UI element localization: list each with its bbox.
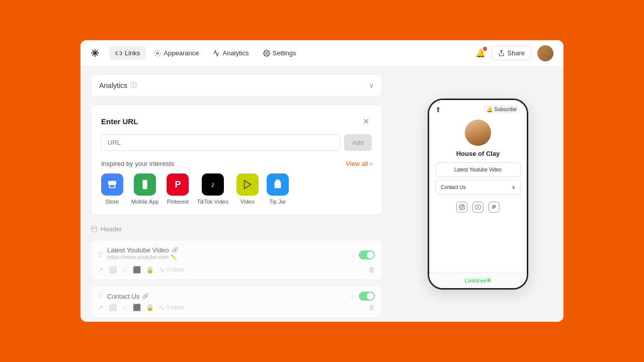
link-2-action-star[interactable]: ☆ bbox=[122, 304, 128, 311]
view-all-button[interactable]: View all › bbox=[346, 160, 372, 167]
link-2-info: Contact Us 🔗 bbox=[107, 293, 149, 300]
url-card-title: Enter URL bbox=[101, 117, 138, 126]
phone-youtube-icon[interactable] bbox=[472, 202, 484, 213]
link-1-controls: ○ bbox=[351, 250, 375, 259]
analytics-bar: Analytics ⓘ ∨ bbox=[91, 74, 382, 97]
link-1-action-star[interactable]: ☆ bbox=[122, 266, 128, 274]
link-item-1-top: ⠿ Latest Youtube Video 🔗 https://www.you… bbox=[98, 246, 375, 263]
section-header: Header bbox=[91, 223, 382, 235]
link-item-1: ⠿ Latest Youtube Video 🔗 https://www.you… bbox=[91, 240, 382, 280]
phone-avatar bbox=[465, 120, 491, 146]
phone-social-icons: P bbox=[456, 202, 500, 213]
phone-subscribe-button[interactable]: 🔔 Subscribe bbox=[482, 105, 521, 114]
analytics-chevron-icon[interactable]: ∨ bbox=[369, 81, 374, 89]
link-1-edit-icon[interactable]: 🔗 bbox=[172, 247, 179, 253]
link-2-action-lock[interactable]: 🔒 bbox=[146, 304, 154, 311]
icon-tipjar[interactable]: Tip Jar bbox=[267, 173, 289, 205]
link-1-actions: ↗ ⬜ ☆ ⬛ 🔒 0 clicks 🗑 bbox=[98, 266, 375, 274]
link-2-action-image[interactable]: ⬜ bbox=[109, 304, 117, 311]
icon-mobile-app[interactable]: Mobile App bbox=[131, 173, 158, 205]
mobile-label: Mobile App bbox=[131, 199, 158, 205]
nav-item-links[interactable]: Links bbox=[109, 46, 146, 60]
link-1-action-share[interactable]: ↗ bbox=[98, 266, 104, 274]
link-1-title: Latest Youtube Video 🔗 bbox=[107, 246, 179, 254]
link-1-url-edit[interactable]: ✏️ bbox=[171, 254, 177, 260]
icon-pinterest[interactable]: P Pinterest bbox=[167, 173, 189, 205]
settings-icon bbox=[263, 50, 270, 57]
nav-item-settings[interactable]: Settings bbox=[257, 46, 302, 60]
nav-item-analytics[interactable]: Analytics bbox=[207, 46, 255, 60]
icon-store[interactable]: Store bbox=[101, 173, 123, 205]
analytics-label-group: Analytics ⓘ bbox=[99, 81, 137, 90]
pinterest-social-icon: P bbox=[492, 204, 496, 210]
pinterest-icon: P bbox=[175, 179, 181, 190]
icon-video[interactable]: Video bbox=[236, 173, 259, 205]
analytics-icon bbox=[213, 50, 220, 57]
user-avatar[interactable] bbox=[537, 45, 553, 61]
link-1-action-lock[interactable]: 🔒 bbox=[146, 266, 154, 274]
notifications-button[interactable]: 🔔 bbox=[475, 48, 486, 58]
link-2-action-schedule[interactable]: ⬛ bbox=[133, 304, 141, 311]
nav-item-appearance[interactable]: Appearance bbox=[148, 46, 205, 60]
link-1-action-image[interactable]: ⬜ bbox=[109, 266, 117, 274]
tiktok-icon: ♪ bbox=[211, 180, 215, 189]
tipjar-icon bbox=[272, 179, 283, 190]
store-label: Store bbox=[106, 199, 119, 205]
inspired-title: Inspired by your interests bbox=[101, 160, 174, 167]
clicks-icon-1 bbox=[159, 267, 165, 273]
header-section-icon bbox=[91, 226, 98, 233]
drag-handle-1[interactable]: ⠿ bbox=[98, 251, 103, 259]
link-2-action-share[interactable]: ↗ bbox=[98, 304, 104, 311]
subscribe-label: Subscribe bbox=[495, 107, 517, 112]
link-1-url: https://www.youtube.com ✏️ bbox=[107, 254, 179, 260]
instagram-svg bbox=[459, 204, 465, 210]
svg-marker-5 bbox=[244, 180, 251, 189]
phone-share-icon[interactable]: ⬆ bbox=[435, 106, 441, 114]
phone-footer-brand: Linktree bbox=[465, 278, 487, 284]
svg-rect-3 bbox=[143, 180, 147, 189]
link-2-actions: ↗ ⬜ ☆ ⬛ 🔒 0 clicks 🗑 bbox=[98, 304, 375, 311]
link-1-toggle[interactable] bbox=[359, 250, 375, 259]
svg-rect-8 bbox=[459, 205, 464, 210]
phone-link-dropdown-text: Contact Us bbox=[441, 185, 465, 190]
link-1-action-schedule[interactable]: ⬛ bbox=[133, 266, 141, 274]
url-add-button[interactable]: Add bbox=[344, 134, 372, 151]
phone-link-btn-1[interactable]: Latest Youtube Video bbox=[435, 162, 521, 177]
analytics-info-icon[interactable]: ⓘ bbox=[130, 81, 137, 90]
icon-tiktok[interactable]: ♪ TikTok Video bbox=[197, 173, 228, 205]
link-2-preview-icon[interactable]: ○ bbox=[351, 293, 355, 300]
drag-handle-2[interactable]: ⠿ bbox=[98, 292, 103, 300]
link-1-clicks: 0 clicks bbox=[159, 266, 184, 273]
share-icon bbox=[498, 50, 505, 56]
link-1-delete-icon[interactable]: 🗑 bbox=[368, 266, 375, 274]
link-2-toggle[interactable] bbox=[359, 292, 375, 301]
phone-pinterest-icon[interactable]: P bbox=[489, 202, 500, 213]
top-nav: ✳ Links Appearance Analytics Settings 🔔 … bbox=[80, 40, 564, 66]
phone-instagram-icon[interactable] bbox=[456, 202, 467, 213]
store-icon-box bbox=[101, 173, 123, 196]
url-card: Enter URL ✕ Add Inspired by your interes… bbox=[91, 105, 382, 215]
nav-right: 🔔 Share bbox=[475, 45, 553, 61]
url-card-close-button[interactable]: ✕ bbox=[360, 115, 372, 127]
svg-rect-6 bbox=[92, 226, 97, 232]
phone-mockup: ⬆ 🔔 Subscribe House of Clay Latest Youtu… bbox=[428, 99, 528, 290]
url-card-header: Enter URL ✕ bbox=[101, 115, 372, 127]
svg-point-4 bbox=[144, 187, 145, 188]
link-1-preview-icon[interactable]: ○ bbox=[351, 251, 355, 258]
link-2-edit-icon[interactable]: 🔗 bbox=[142, 293, 149, 300]
svg-marker-11 bbox=[477, 207, 479, 208]
svg-point-9 bbox=[461, 206, 463, 209]
video-icon bbox=[242, 179, 253, 190]
share-label: Share bbox=[507, 49, 525, 57]
svg-point-0 bbox=[157, 52, 159, 54]
logo[interactable]: ✳ bbox=[91, 47, 99, 59]
pinterest-icon-box: P bbox=[167, 173, 189, 196]
share-button[interactable]: Share bbox=[492, 46, 531, 60]
link-2-delete-icon[interactable]: 🗑 bbox=[368, 304, 375, 311]
phone-content: House of Clay Latest Youtube Video Conta… bbox=[429, 117, 527, 273]
phone-link-dropdown-1[interactable]: Contact Us ∨ bbox=[435, 180, 521, 195]
video-label: Video bbox=[240, 199, 255, 205]
url-input[interactable] bbox=[101, 134, 340, 151]
nav-links-label: Links bbox=[125, 49, 140, 57]
tiktok-label: TikTok Video bbox=[197, 199, 228, 205]
